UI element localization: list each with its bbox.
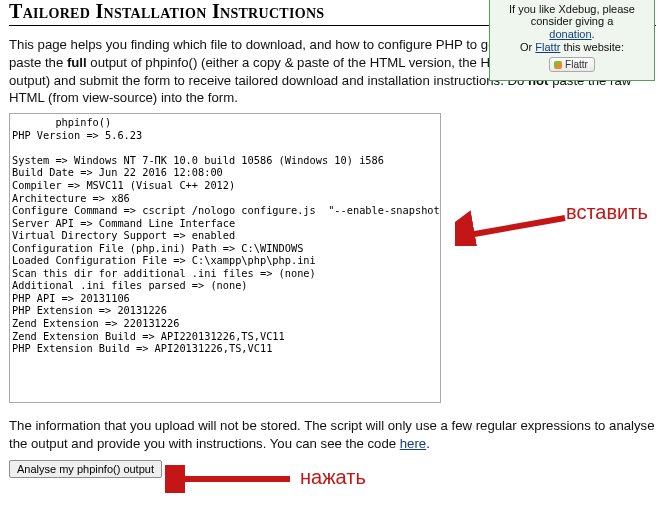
info-paragraph: The information that you upload will not… [9, 417, 656, 453]
info-text-1: The information that you upload will not… [9, 418, 655, 451]
analyse-button[interactable]: Analyse my phpinfo() output [9, 460, 162, 478]
phpinfo-textarea[interactable] [9, 113, 441, 403]
info-text-2: . [426, 436, 430, 451]
sidebar-box: If you like Xdebug, please consider givi… [489, 0, 655, 81]
intro-text-3: output) and submit the form to receive t… [9, 73, 528, 88]
sidebar-line1: If you like Xdebug, please consider givi… [494, 3, 650, 27]
flattr-link[interactable]: Flattr [535, 41, 560, 53]
intro-full-word: full [67, 55, 87, 70]
flattr-button[interactable]: Flattr [549, 57, 595, 72]
flattr-icon [554, 61, 562, 69]
donation-link[interactable]: donation [549, 28, 591, 40]
flattr-button-label: Flattr [565, 59, 588, 70]
sidebar-or: Or [520, 41, 535, 53]
sidebar-this-site: this website: [560, 41, 624, 53]
code-here-link[interactable]: here [400, 436, 426, 451]
